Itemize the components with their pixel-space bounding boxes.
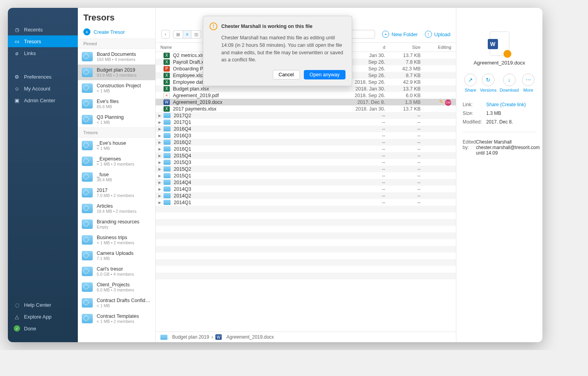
tresor-item[interactable]: _Eve's house< 1 MB (78, 138, 155, 153)
file-list: XQ2 metrics.xlsJan 30.13.7 KBXPayroll Dr… (156, 52, 456, 332)
tresor-item[interactable]: _Expenses< 1 MB • 3 members (78, 153, 155, 169)
file-row[interactable]: ▶2015Q3---- (156, 159, 456, 166)
warning-icon: ! (209, 22, 217, 30)
tresor-item[interactable]: Contract Templates< 1 MB • 2 members (78, 311, 155, 326)
tresor-item[interactable]: 20177.0 MB • 2 members (78, 185, 155, 201)
expand-icon[interactable]: ▶ (156, 167, 164, 171)
sidebar-admin[interactable]: ▣Admin Center (8, 94, 78, 106)
file-row[interactable]: ▶2014Q1---- (156, 199, 456, 206)
clock-icon: ◷ (14, 26, 20, 33)
tresor-item[interactable]: Board Documents193 MB • 4 members (78, 49, 155, 65)
expand-icon[interactable]: ▶ (156, 120, 164, 124)
sidebar-help[interactable]: ◌Help Center (8, 299, 78, 311)
file-row[interactable]: ▶2015Q4---- (156, 152, 456, 159)
file-row[interactable]: ▶2016Q3---- (156, 132, 456, 139)
back-button[interactable]: ‹ (161, 30, 170, 39)
file-type-icon (164, 180, 171, 185)
file-type-icon (164, 200, 171, 205)
sidebar-account[interactable]: ☺My Account (8, 83, 78, 94)
download-button[interactable]: ↓Download (500, 74, 519, 92)
tresor-item[interactable]: Contract Drafts Confide...< 1 MB (78, 295, 155, 311)
tresor-item[interactable]: Budget plan 201993.9 MB • 3 members (78, 65, 155, 80)
tresor-item[interactable]: Construction Project< 1 MB (78, 80, 155, 96)
expand-icon[interactable]: ▶ (156, 154, 164, 158)
sidebar-links[interactable]: ⌀Links (8, 47, 78, 59)
upload-button[interactable]: ↑Upload (425, 31, 450, 38)
expand-icon[interactable]: ▶ (156, 187, 164, 191)
tresor-item[interactable]: Client_Projects6.0 MB • 3 members (78, 279, 155, 295)
file-type-icon (164, 146, 171, 151)
versions-button[interactable]: ↻Versions (480, 74, 496, 92)
file-row[interactable]: WAgreement_2019.docx2017. Dec 8.1.3 MB✎C… (156, 99, 456, 105)
breadcrumb-a[interactable]: Budget plan 2019 (172, 334, 209, 340)
file-row[interactable]: ▶2016Q2---- (156, 139, 456, 146)
more-button[interactable]: ⋯More (522, 74, 535, 92)
expand-icon[interactable]: ▶ (156, 147, 164, 151)
tresor-icon (82, 141, 93, 150)
expand-icon[interactable]: ▶ (156, 140, 164, 144)
file-row[interactable]: ▶2016Q4---- (156, 125, 456, 132)
view-grid[interactable]: ▦ (173, 31, 183, 38)
tresor-item[interactable]: Eve's files65.8 MB (78, 96, 155, 112)
file-row[interactable]: ▶2017Q1---- (156, 119, 456, 125)
modal-body: Chester Marshall has marked this file as… (221, 34, 345, 64)
file-row[interactable]: XBudget plan.xlsx2018. Jan 30.13.7 KB (156, 85, 456, 92)
tresor-item[interactable]: Business trips< 1 MB • 2 members (78, 232, 155, 248)
file-type-icon (164, 113, 171, 118)
file-type-icon (164, 166, 171, 171)
tresor-icon (82, 115, 93, 124)
file-row[interactable]: ▶2017Q2---- (156, 112, 456, 119)
tresor-item[interactable]: _fuse38.4 MB (78, 169, 155, 185)
breadcrumb-b[interactable]: Agreement_2019.docx (226, 334, 274, 340)
editing-modal: ! Chester Marshall is working on this fi… (203, 16, 352, 86)
open-anyway-button[interactable]: Open anyway (304, 70, 345, 79)
view-list[interactable]: ≡ (183, 31, 191, 38)
file-type-icon: X (164, 79, 170, 85)
file-row[interactable]: ▶2015Q1---- (156, 172, 456, 179)
sidebar-recents[interactable]: ◷Recents (8, 24, 78, 35)
new-folder-button[interactable]: +New Folder (382, 31, 417, 38)
file-row[interactable]: ▶2016Q1---- (156, 146, 456, 152)
file-type-icon (164, 126, 171, 131)
file-type-icon (164, 140, 171, 145)
expand-icon[interactable]: ▶ (156, 174, 164, 178)
file-row[interactable]: ▶2014Q3---- (156, 186, 456, 192)
file-row[interactable]: AAgreement_2019.pdf2018. Sep 26.6.0 KB (156, 92, 456, 99)
expand-icon[interactable]: ▶ (156, 134, 164, 138)
expand-icon[interactable]: ▶ (156, 114, 164, 118)
tresor-item[interactable]: Articles18.4 MB • 2 members (78, 201, 155, 216)
expand-icon[interactable]: ▶ (156, 201, 164, 205)
view-columns[interactable]: ▥ (191, 31, 201, 38)
tresor-item[interactable]: Q3 Planning< 1 MB (78, 112, 155, 127)
help-icon: ◌ (14, 302, 20, 308)
file-row[interactable]: ▶2014Q4---- (156, 179, 456, 186)
col-size[interactable]: Size (393, 45, 428, 50)
tresor-item[interactable]: Branding resourcesEmpty (78, 216, 155, 232)
tresor-icon (82, 52, 93, 61)
download-icon: ↓ (503, 74, 516, 86)
tresor-icon (82, 83, 93, 93)
file-row[interactable]: X2017 payments.xlsx2018. Jan 30.13.7 KB (156, 105, 456, 112)
tresor-item[interactable]: Camera Uploads7.1 MB (78, 248, 155, 264)
sidebar-done[interactable]: ✓Done (8, 323, 78, 334)
share-button[interactable]: ↗Share (464, 74, 477, 92)
sidebar-preferences[interactable]: ⚙Preferences (8, 71, 78, 83)
file-row[interactable]: ▶2014Q2---- (156, 192, 456, 199)
expand-icon[interactable]: ▶ (156, 181, 164, 184)
expand-icon[interactable]: ▶ (156, 194, 164, 198)
create-tresor-button[interactable]: +Create Tresor (78, 25, 155, 39)
expand-icon[interactable]: ▶ (156, 160, 164, 164)
tresor-item[interactable]: Carl's tresor5.0 GB • 4 members (78, 264, 155, 279)
cancel-button[interactable]: Cancel (273, 70, 300, 79)
sidebar-tresors[interactable]: ▭Tresors (8, 35, 78, 47)
file-type-icon: P (164, 66, 170, 72)
sidebar-explore[interactable]: △Explore App (8, 311, 78, 323)
versions-icon: ↻ (482, 74, 494, 86)
expand-icon[interactable]: ▶ (156, 127, 164, 131)
create-link[interactable]: Share (Create link) (486, 102, 536, 107)
tresor-icon (82, 282, 93, 292)
word-icon: W (215, 334, 222, 340)
col-editing[interactable]: Editing (428, 45, 456, 50)
file-row[interactable]: ▶2015Q2---- (156, 166, 456, 172)
tresor-icon (82, 204, 93, 213)
